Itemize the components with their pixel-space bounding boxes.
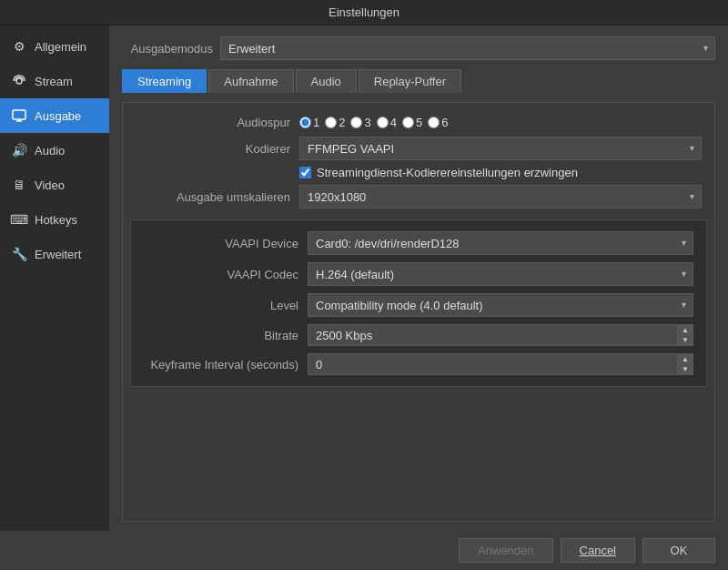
sidebar-item-audio[interactable]: 🔊 Audio [0, 133, 109, 168]
tab-aufnahme[interactable]: Aufnahme [208, 69, 293, 93]
bitrate-spinbox-buttons: ▲ ▼ [677, 324, 693, 346]
sidebar-item-video[interactable]: 🖥 Video [0, 168, 109, 202]
kodierer-select-wrapper: FFMPEG VAAPI [299, 137, 702, 160]
keyframe-spinbox: ▲ ▼ [308, 353, 693, 375]
level-row: Level Compatibility mode (4.0 default) [131, 290, 706, 321]
window-title: Einstellungen [329, 5, 399, 19]
keyframe-down-button[interactable]: ▼ [678, 364, 693, 374]
stream-icon [11, 73, 27, 89]
bitrate-down-button[interactable]: ▼ [678, 335, 693, 345]
vaapi-codec-select[interactable]: H.264 (default) [308, 262, 693, 286]
audiospur-radio-3[interactable]: 3 [350, 116, 370, 129]
tab-replay-puffer[interactable]: Replay-Puffer [359, 69, 461, 93]
sidebar-item-label-ausgabe: Ausgabe [35, 109, 81, 123]
titlebar: Einstellungen [0, 0, 728, 25]
audiospur-radios: 1 2 3 4 5 [299, 116, 448, 129]
keyframe-row: Keyframe Interval (seconds) ▲ ▼ [131, 350, 706, 379]
svg-rect-1 [13, 110, 25, 119]
settings-panel: Audiospur 1 2 3 4 [122, 102, 715, 522]
bitrate-row: Bitrate ▲ ▼ [131, 321, 706, 350]
vaapi-section: VAAPI Device Card0: /dev/dri/renderD128 … [130, 219, 707, 387]
keyframe-label: Keyframe Interval (seconds) [144, 358, 308, 372]
content-area: ⚙ Allgemein Stream [0, 25, 728, 531]
vaapi-device-select[interactable]: Card0: /dev/dri/renderD128 [308, 231, 693, 255]
vaapi-codec-row: VAAPI Codec H.264 (default) [131, 259, 706, 290]
audio-icon: 🔊 [11, 142, 27, 158]
sidebar-item-label-erweitert: Erweitert [35, 248, 81, 261]
bitrate-spinbox: ▲ ▼ [308, 324, 693, 346]
kodierer-select[interactable]: FFMPEG VAAPI [299, 137, 702, 160]
bitrate-up-button[interactable]: ▲ [678, 325, 693, 335]
sidebar-item-label-hotkeys: Hotkeys [35, 213, 77, 227]
main-panel: Ausgabemodus Einfach Erweitert Streaming… [109, 25, 728, 531]
bitrate-label: Bitrate [144, 329, 308, 342]
keyframe-input[interactable] [308, 353, 677, 375]
keyframe-up-button[interactable]: ▲ [678, 354, 693, 364]
level-label: Level [144, 299, 308, 312]
audiospur-radio-5[interactable]: 5 [402, 116, 422, 129]
vaapi-device-select-wrapper: Card0: /dev/dri/renderD128 [308, 231, 693, 255]
keyframe-spinbox-buttons: ▲ ▼ [677, 353, 693, 375]
audiospur-radio-6[interactable]: 6 [428, 116, 448, 129]
sidebar-item-label-audio: Audio [35, 144, 65, 158]
audiospur-radio-2[interactable]: 2 [325, 116, 345, 129]
streamingdienst-checkbox[interactable] [299, 167, 311, 178]
audiospur-label: Audiospur [136, 116, 299, 129]
kodierer-row: Kodierer FFMPEG VAAPI [123, 133, 714, 164]
erweitert-icon: 🔧 [11, 246, 27, 262]
vaapi-device-label: VAAPI Device [144, 237, 308, 250]
sidebar: ⚙ Allgemein Stream [0, 25, 109, 531]
level-select-wrapper: Compatibility mode (4.0 default) [308, 293, 693, 317]
ausgabemodus-row: Ausgabemodus Einfach Erweitert [122, 36, 715, 60]
umskalieren-select-wrapper: 1920x1080 [299, 185, 702, 209]
window: Einstellungen ⚙ Allgemein Stream [0, 0, 728, 570]
sidebar-item-erweitert[interactable]: 🔧 Erweitert [0, 237, 109, 271]
sidebar-item-ausgabe[interactable]: Ausgabe [0, 98, 109, 133]
cancel-button[interactable]: Cancel [561, 538, 635, 563]
ok-button[interactable]: OK [642, 538, 715, 563]
tab-audio[interactable]: Audio [296, 69, 357, 93]
footer: Anwenden Cancel OK [0, 531, 728, 570]
allgemein-icon: ⚙ [11, 38, 27, 55]
ausgabe-icon [11, 107, 27, 124]
sidebar-item-stream[interactable]: Stream [0, 64, 109, 98]
vaapi-device-row: VAAPI Device Card0: /dev/dri/renderD128 [131, 228, 706, 259]
video-icon: 🖥 [11, 177, 27, 193]
anwenden-button[interactable]: Anwenden [459, 538, 552, 563]
sidebar-item-label-stream: Stream [35, 75, 73, 88]
vaapi-codec-label: VAAPI Codec [144, 268, 308, 281]
svg-point-0 [16, 78, 22, 84]
audiospur-radio-4[interactable]: 4 [377, 116, 397, 129]
sidebar-item-label-video: Video [35, 178, 65, 192]
sidebar-item-allgemein[interactable]: ⚙ Allgemein [0, 29, 109, 64]
level-select[interactable]: Compatibility mode (4.0 default) [308, 293, 693, 317]
hotkeys-icon: ⌨ [11, 211, 27, 228]
vaapi-codec-select-wrapper: H.264 (default) [308, 262, 693, 286]
umskalieren-label: Ausgabe umskalieren [136, 190, 299, 204]
ausgabemodus-label: Ausgabemodus [122, 42, 213, 56]
tabs: Streaming Aufnahme Audio Replay-Puffer [122, 69, 715, 93]
kodierer-label: Kodierer [136, 142, 299, 156]
bitrate-input[interactable] [308, 324, 677, 346]
streamingdienst-checkbox-row: Streamingdienst-Kodierereinstellungen er… [123, 164, 714, 181]
audiospur-radio-1[interactable]: 1 [299, 116, 319, 129]
umskalieren-row: Ausgabe umskalieren 1920x1080 [123, 181, 714, 212]
ausgabemodus-select-wrapper: Einfach Erweitert [220, 36, 715, 60]
sidebar-item-label-allgemein: Allgemein [35, 40, 86, 54]
umskalieren-select[interactable]: 1920x1080 [299, 185, 702, 209]
tab-streaming[interactable]: Streaming [122, 69, 207, 93]
ausgabemodus-select[interactable]: Einfach Erweitert [220, 36, 715, 60]
sidebar-item-hotkeys[interactable]: ⌨ Hotkeys [0, 202, 109, 237]
audiospur-row: Audiospur 1 2 3 4 [123, 112, 714, 133]
streamingdienst-checkbox-label: Streamingdienst-Kodierereinstellungen er… [317, 166, 578, 179]
